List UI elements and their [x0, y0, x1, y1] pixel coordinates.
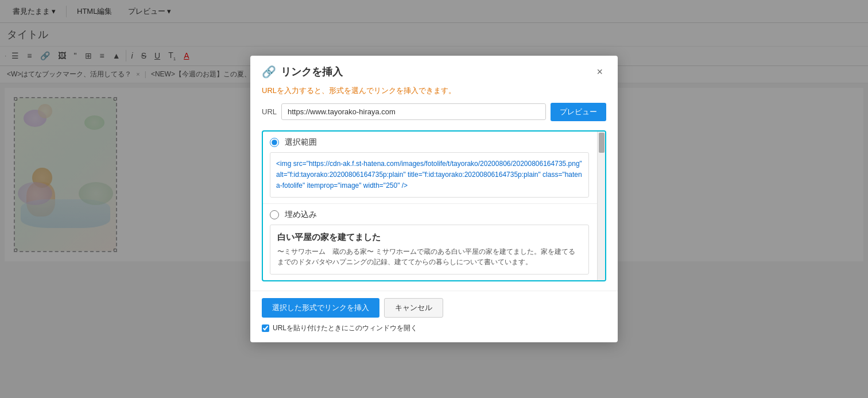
url-input[interactable] — [281, 103, 546, 120]
selection-content-text: <img src="https://cdn-ak.f.st-hatena.com… — [276, 160, 582, 190]
option-embed-label: 埋め込み — [285, 210, 317, 220]
auto-open-checkbox-row: URLを貼り付けたときにこのウィンドウを開く — [262, 323, 606, 333]
option-selection-content: <img src="https://cdn-ak.f.st-hatena.com… — [270, 152, 589, 198]
embed-desc: 〜ミサワホーム 蔵のある家〜 ミサワホームで蔵のある白い平屋の家を建てました。家… — [277, 246, 582, 267]
footer-buttons: 選択した形式でリンクを挿入 キャンセル — [262, 298, 606, 318]
insert-link-modal: 🔗 リンクを挿入 × URLを入力すると、形式を選んでリンクを挿入できます。 U… — [250, 56, 618, 343]
link-icon: 🔗 — [262, 65, 276, 79]
url-row: URL プレビュー — [262, 103, 606, 121]
cancel-button[interactable]: キャンセル — [384, 298, 443, 318]
option-embed-radio[interactable] — [270, 210, 279, 219]
auto-open-checkbox[interactable] — [262, 324, 269, 332]
insert-link-button[interactable]: 選択した形式でリンクを挿入 — [262, 298, 379, 318]
option-selection-header: 選択範囲 — [270, 137, 598, 148]
modal-body: URLを入力すると、形式を選んでリンクを挿入できます。 URL プレビュー 選択… — [250, 86, 618, 291]
options-scrollbar[interactable] — [597, 132, 605, 281]
modal-title: 🔗 リンクを挿入 — [262, 65, 343, 79]
option-embed-content: 白い平屋の家を建てました 〜ミサワホーム 蔵のある家〜 ミサワホームで蔵のある白… — [270, 225, 589, 275]
auto-open-label: URLを貼り付けたときにこのウィンドウを開く — [273, 323, 417, 333]
options-area: 選択範囲 <img src="https://cdn-ak.f.st-haten… — [262, 130, 606, 282]
option-selection-radio[interactable] — [270, 138, 279, 147]
modal-close-button[interactable]: × — [593, 65, 606, 78]
modal-footer: 選択した形式でリンクを挿入 キャンセル URLを貼り付けたときにこのウィンドウを… — [250, 291, 618, 342]
option-selection: 選択範囲 <img src="https://cdn-ak.f.st-haten… — [263, 132, 605, 204]
url-label: URL — [262, 107, 277, 116]
modal-subtitle: URLを入力すると、形式を選んでリンクを挿入できます。 — [262, 86, 606, 96]
modal-title-text: リンクを挿入 — [281, 65, 343, 79]
embed-title: 白い平屋の家を建てました — [277, 232, 582, 243]
modal-header: 🔗 リンクを挿入 × — [250, 56, 618, 86]
scrollbar-thumb[interactable] — [599, 133, 604, 153]
preview-button[interactable]: プレビュー — [551, 103, 606, 121]
option-selection-label: 選択範囲 — [285, 137, 317, 148]
modal-backdrop: 🔗 リンクを挿入 × URLを入力すると、形式を選んでリンクを挿入できます。 U… — [0, 0, 868, 398]
option-embed-header: 埋め込み — [270, 210, 598, 220]
option-embed: 埋め込み 白い平屋の家を建てました 〜ミサワホーム 蔵のある家〜 ミサワホームで… — [263, 203, 605, 280]
